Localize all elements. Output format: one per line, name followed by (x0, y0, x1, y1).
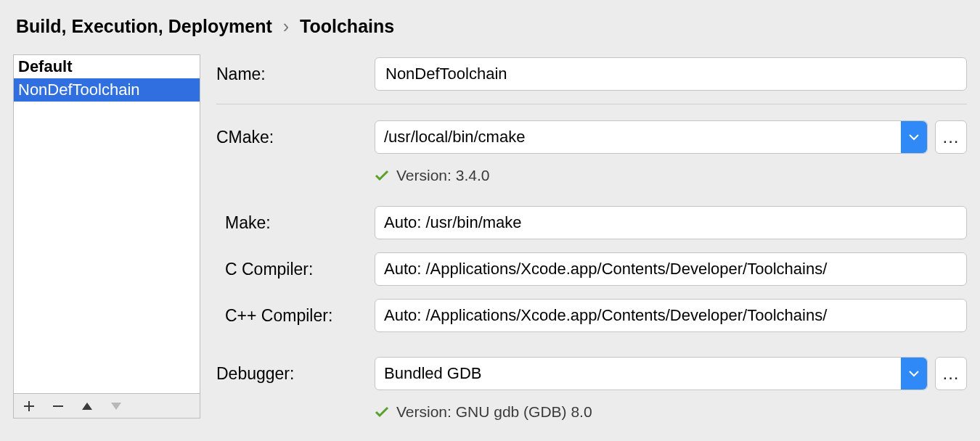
name-input[interactable] (375, 57, 967, 91)
cmake-status-text: Version: 3.4.0 (396, 167, 489, 184)
cxx-compiler-label: C++ Compiler: (216, 306, 375, 326)
move-up-button[interactable] (79, 398, 95, 414)
cmake-browse-button[interactable]: ... (935, 120, 967, 154)
debugger-status-text: Version: GNU gdb (GDB) 8.0 (396, 403, 592, 421)
cmake-dropdown-arrow[interactable] (901, 121, 927, 153)
divider (216, 104, 967, 104)
cxx-compiler-value: Auto: /Applications/Xcode.app/Contents/D… (384, 306, 827, 325)
breadcrumb-parent[interactable]: Build, Execution, Deployment (16, 16, 272, 36)
debugger-browse-button[interactable]: ... (935, 357, 967, 390)
toolchain-item-nondef[interactable]: NonDefToolchain (14, 78, 200, 102)
breadcrumb-current: Toolchains (300, 16, 394, 36)
debugger-label: Debugger: (216, 364, 375, 384)
chevron-right-icon: › (283, 16, 289, 36)
add-button[interactable] (21, 398, 37, 414)
name-label: Name: (216, 65, 375, 84)
cmake-value: /usr/local/bin/cmake (375, 128, 901, 147)
make-value: Auto: /usr/bin/make (384, 213, 522, 232)
cmake-combo[interactable]: /usr/local/bin/cmake (375, 120, 928, 154)
cxx-compiler-input[interactable]: Auto: /Applications/Xcode.app/Contents/D… (375, 299, 967, 332)
remove-button[interactable] (50, 398, 66, 414)
toolchain-list-toolbar (13, 394, 200, 419)
breadcrumb: Build, Execution, Deployment › Toolchain… (16, 16, 967, 37)
check-icon (375, 170, 389, 181)
minus-icon (52, 400, 64, 412)
debugger-value: Bundled GDB (375, 364, 901, 383)
triangle-up-icon (81, 402, 93, 411)
cmake-label: CMake: (216, 128, 375, 147)
check-icon (375, 406, 389, 418)
make-label: Make: (216, 213, 375, 233)
toolchain-list[interactable]: Default NonDefToolchain (13, 54, 200, 394)
chevron-down-icon (909, 370, 919, 377)
triangle-down-icon (110, 402, 122, 411)
debugger-combo[interactable]: Bundled GDB (375, 357, 928, 390)
cmake-status: Version: 3.4.0 (375, 167, 967, 184)
make-input[interactable]: Auto: /usr/bin/make (375, 206, 967, 239)
chevron-down-icon (909, 133, 919, 141)
debugger-dropdown-arrow[interactable] (901, 358, 927, 390)
c-compiler-value: Auto: /Applications/Xcode.app/Contents/D… (384, 260, 827, 279)
plus-icon (23, 400, 35, 412)
c-compiler-label: C Compiler: (216, 260, 375, 279)
svg-rect-0 (53, 405, 63, 407)
c-compiler-input[interactable]: Auto: /Applications/Xcode.app/Contents/D… (375, 252, 967, 286)
debugger-status: Version: GNU gdb (GDB) 8.0 (375, 403, 967, 421)
move-down-button (108, 398, 124, 414)
toolchain-item-default[interactable]: Default (14, 55, 200, 78)
